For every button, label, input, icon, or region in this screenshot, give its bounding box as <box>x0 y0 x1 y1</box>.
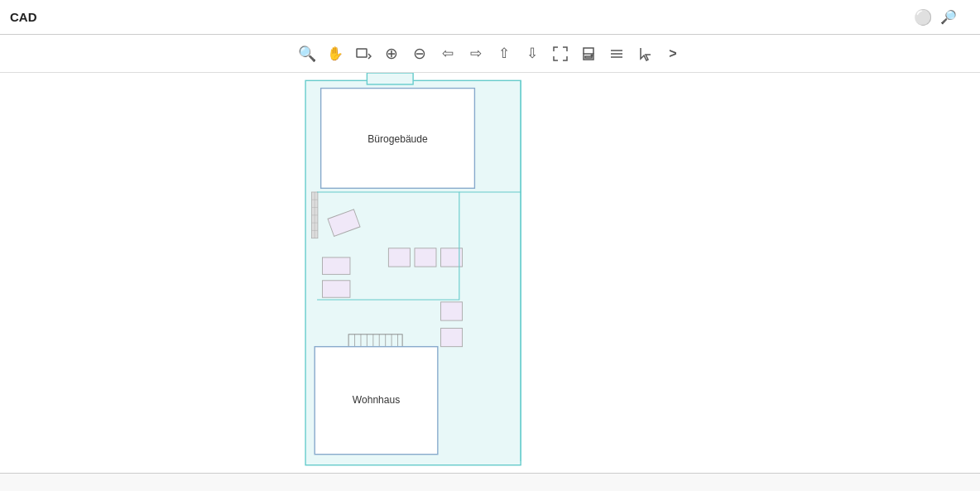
print-tool[interactable] <box>575 41 602 67</box>
globe-icon[interactable]: ⚪ <box>914 8 932 26</box>
pan-down-tool[interactable]: ⇩ <box>519 41 545 67</box>
pointer-tool[interactable] <box>632 41 658 67</box>
canvas-area[interactable]: Bürogebäude <box>0 73 980 473</box>
bottom-bar <box>0 473 980 491</box>
pan-right-tool[interactable]: ⇨ <box>463 41 489 67</box>
search-doc-icon[interactable]: 🔎 <box>940 9 957 25</box>
more-tool[interactable]: > <box>660 41 686 67</box>
pan-up-tool[interactable]: ⇧ <box>491 41 517 67</box>
fit-tool[interactable] <box>547 41 574 67</box>
svg-rect-0 <box>357 49 367 57</box>
svg-rect-21 <box>388 248 410 267</box>
svg-rect-8 <box>367 73 413 84</box>
top-bar-icons: ⚪ 🔎 <box>914 8 957 26</box>
svg-rect-24 <box>441 302 463 320</box>
zoom-out-tool[interactable]: ⊖ <box>406 41 433 67</box>
svg-rect-19 <box>323 258 350 274</box>
cad-drawing: Bürogebäude <box>0 73 980 473</box>
pan-left-tool[interactable]: ⇦ <box>435 41 461 67</box>
toolbar: 🔍 ✋ ⊕ ⊖ ⇦ ⇨ ⇧ ⇩ <box>0 35 980 73</box>
app-title: CAD <box>10 10 37 24</box>
svg-text:Wohnhaus: Wohnhaus <box>353 394 400 406</box>
select-tool[interactable] <box>350 41 377 67</box>
svg-text:Bürogebäude: Bürogebäude <box>368 133 428 145</box>
svg-rect-25 <box>441 328 463 346</box>
zoom-tool[interactable]: 🔍 <box>294 41 320 67</box>
pan-tool[interactable]: ✋ <box>322 41 348 67</box>
svg-point-3 <box>591 55 593 56</box>
zoom-in-tool[interactable]: ⊕ <box>378 41 405 67</box>
svg-rect-20 <box>323 281 350 297</box>
svg-rect-22 <box>415 248 436 267</box>
svg-rect-2 <box>585 56 592 58</box>
top-bar: CAD ⚪ 🔎 <box>0 0 980 35</box>
layers-tool[interactable] <box>603 41 630 67</box>
